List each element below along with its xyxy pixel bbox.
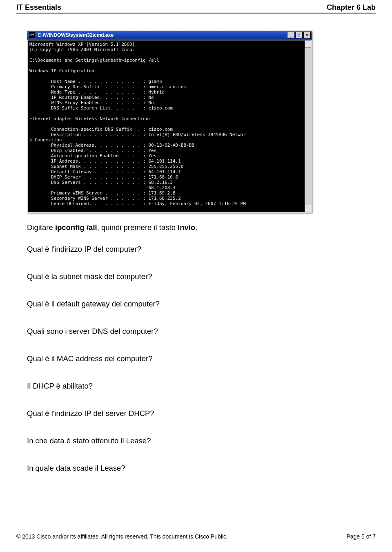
footer-copyright: © 2013 Cisco and/or its affiliates. All … [16, 533, 228, 540]
header-right: Chapter 6 Lab [327, 3, 376, 12]
scrollbar[interactable]: ▲ ▼ [305, 40, 311, 212]
scroll-track[interactable] [305, 48, 311, 205]
question-8: In che data è stato ottenuto il Lease? [27, 436, 376, 446]
instruction-line: Digitare ipconfig /all, quindi premere i… [27, 223, 376, 233]
footer-page-number: Page 5 of 7 [346, 533, 376, 540]
cmd-output-text: Microsoft Windows XP [Version 5.1.2600] … [29, 42, 246, 212]
command-text: ipconfig /all [55, 223, 97, 232]
question-7: Qual è l'indirizzo IP del server DHCP? [27, 409, 376, 419]
maximize-button[interactable]: □ [295, 32, 303, 38]
cmd-icon: C:\ [29, 32, 35, 38]
header-left: IT Essentials [16, 3, 61, 12]
cmd-window: C:\ C:\WINDOWS\system32\cmd.exe _ □ × Mi… [27, 31, 312, 213]
scroll-down-button[interactable]: ▼ [305, 205, 311, 212]
text: Digitare [27, 223, 55, 232]
cmd-output: Microsoft Windows XP [Version 5.1.2600] … [28, 40, 311, 212]
body-content: Digitare ipconfig /all, quindi premere i… [27, 223, 376, 474]
page-footer: © 2013 Cisco and/or its affiliates. All … [16, 533, 376, 540]
cmd-titlebar: C:\ C:\WINDOWS\system32\cmd.exe _ □ × [27, 31, 312, 40]
key-text: Invio [178, 223, 195, 232]
question-3: Qual è il default gateway del computer? [27, 299, 376, 309]
question-6: Il DHCP è abilitato? [27, 381, 376, 391]
question-2: Qual è la subnet mask del computer? [27, 272, 376, 282]
scroll-up-button[interactable]: ▲ [305, 40, 311, 48]
text: , quindi premere il tasto [97, 223, 178, 232]
minimize-button[interactable]: _ [287, 32, 294, 38]
cmd-title: C:\WINDOWS\system32\cmd.exe [38, 32, 287, 38]
question-1: Qual è l'indirizzo IP del computer? [27, 244, 376, 255]
question-4: Quali sono i server DNS del computer? [27, 326, 376, 337]
question-9: In quale data scade il Lease? [27, 463, 376, 474]
text: . [195, 223, 197, 232]
close-button[interactable]: × [303, 32, 311, 38]
page-header: IT Essentials Chapter 6 Lab [16, 3, 376, 13]
question-5: Qual è il MAC address del computer? [27, 354, 376, 364]
